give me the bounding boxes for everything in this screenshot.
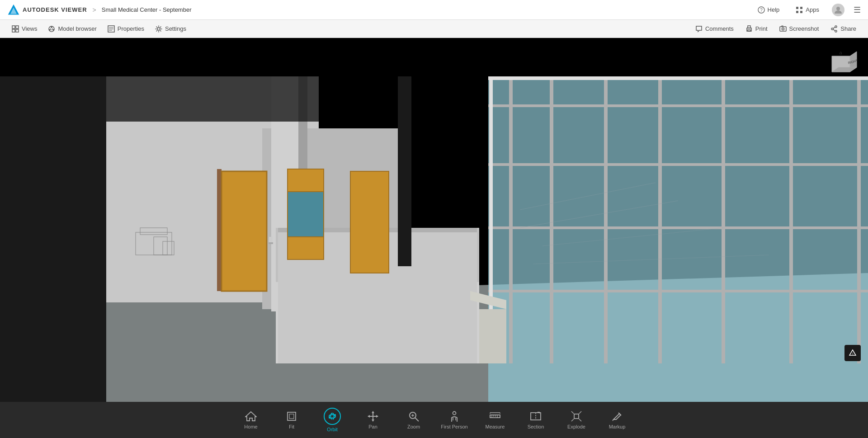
svg-marker-99 (372, 419, 374, 422)
breadcrumb-separator: > (93, 6, 96, 14)
svg-marker-91 (245, 412, 256, 421)
comments-icon (695, 25, 703, 33)
svg-line-123 (571, 419, 574, 421)
apps-button[interactable]: Apps (792, 5, 823, 15)
model-browser-button[interactable]: Model browser (43, 24, 101, 34)
svg-rect-12 (16, 29, 19, 32)
svg-line-17 (50, 27, 52, 30)
svg-rect-93 (289, 414, 294, 419)
explode-tool[interactable]: Explode (556, 404, 597, 436)
pan-tool[interactable]: Pan (353, 404, 393, 436)
svg-text:!: ! (852, 352, 853, 356)
share-button[interactable]: Share (826, 24, 861, 34)
fit-icon (286, 410, 297, 422)
properties-button[interactable]: Properties (103, 24, 149, 34)
markup-label: Markup (609, 424, 626, 429)
bottom-toolbar: Home Fit Orbit Pan (0, 402, 868, 438)
toolbar-left: Views Model browser Properties (7, 24, 191, 34)
header-right: ? Help Apps ☰ (754, 4, 861, 16)
views-button[interactable]: Views (7, 24, 42, 34)
header-bar: AUTODESK VIEWER > Small Medical Center -… (0, 0, 868, 20)
fit-tool[interactable]: Fit (271, 404, 312, 436)
screenshot-icon (779, 25, 787, 33)
svg-line-124 (579, 419, 581, 421)
svg-rect-10 (16, 26, 19, 28)
explode-icon (571, 410, 582, 422)
svg-marker-72 (479, 309, 506, 363)
svg-line-34 (833, 27, 835, 28)
orbit-icon (324, 408, 341, 425)
svg-point-31 (835, 26, 837, 28)
svg-rect-38 (0, 76, 106, 402)
user-avatar[interactable] (832, 4, 844, 16)
home-tool[interactable]: Home (231, 404, 271, 436)
help-button[interactable]: ? Help (754, 5, 783, 15)
orbit-label: Orbit (327, 427, 338, 432)
viewport[interactable]: ⌂ RIGHT ! (0, 38, 868, 402)
svg-point-106 (453, 412, 456, 415)
autodesk-logo: AUTODESK VIEWER (7, 4, 87, 16)
svg-rect-43 (488, 76, 868, 402)
first-person-icon (448, 410, 460, 422)
zoom-label: Zoom (407, 424, 420, 429)
svg-rect-120 (574, 414, 579, 419)
svg-rect-7 (800, 11, 802, 13)
svg-rect-11 (12, 29, 15, 32)
svg-rect-55 (488, 76, 868, 80)
print-icon (745, 25, 753, 33)
svg-rect-66 (288, 192, 324, 237)
settings-icon (155, 25, 162, 33)
markup-icon (611, 410, 623, 422)
svg-marker-100 (368, 415, 370, 418)
svg-point-29 (782, 28, 784, 30)
svg-point-94 (334, 414, 336, 416)
autodesk-logo-icon (7, 4, 20, 16)
svg-line-35 (833, 29, 835, 31)
svg-rect-71 (398, 76, 411, 266)
svg-rect-9 (12, 26, 15, 28)
svg-marker-98 (372, 411, 374, 413)
svg-rect-6 (796, 11, 798, 13)
first-person-label: First Person (441, 424, 467, 429)
svg-rect-79 (269, 242, 273, 244)
first-person-tool[interactable]: First Person (434, 404, 475, 436)
breadcrumb-title: Small Medical Center - September (102, 6, 192, 13)
print-button[interactable]: Print (741, 24, 772, 34)
svg-rect-68 (350, 171, 389, 273)
explode-label: Explode (567, 424, 585, 429)
svg-rect-27 (748, 30, 750, 31)
zoom-icon (408, 410, 420, 422)
svg-line-103 (415, 418, 419, 421)
svg-rect-4 (796, 7, 798, 9)
svg-point-32 (835, 30, 837, 32)
measure-label: Measure (486, 424, 505, 429)
markup-tool[interactable]: Markup (597, 404, 637, 436)
notification-button[interactable]: ! (844, 345, 861, 361)
cube-nav-svg: ⌂ RIGHT (823, 47, 859, 83)
svg-rect-78 (269, 237, 273, 242)
screenshot-button[interactable]: Screenshot (775, 24, 824, 34)
measure-tool[interactable]: Measure (475, 404, 515, 436)
toolbar-right: Comments Print Screenshot (691, 24, 861, 34)
section-tool[interactable]: Section (515, 404, 556, 436)
svg-line-122 (579, 411, 581, 414)
svg-rect-58 (222, 171, 267, 291)
zoom-tool[interactable]: Zoom (393, 404, 434, 436)
user-icon (834, 6, 842, 14)
toolbar-bar: Views Model browser Properties (0, 20, 868, 38)
svg-marker-101 (376, 415, 378, 418)
properties-icon (108, 25, 115, 33)
svg-point-24 (157, 28, 160, 30)
scene-svg (0, 38, 868, 402)
orbit-tool[interactable]: Orbit (312, 404, 353, 436)
hamburger-menu-button[interactable]: ☰ (854, 5, 861, 15)
home-icon (245, 410, 257, 422)
comments-button[interactable]: Comments (691, 24, 738, 34)
share-icon (830, 25, 838, 33)
svg-rect-109 (490, 415, 500, 418)
svg-rect-70 (106, 76, 488, 122)
settings-button[interactable]: Settings (151, 24, 191, 34)
fit-label: Fit (289, 424, 294, 429)
cube-navigator[interactable]: ⌂ RIGHT (823, 47, 859, 83)
svg-rect-92 (288, 412, 296, 420)
